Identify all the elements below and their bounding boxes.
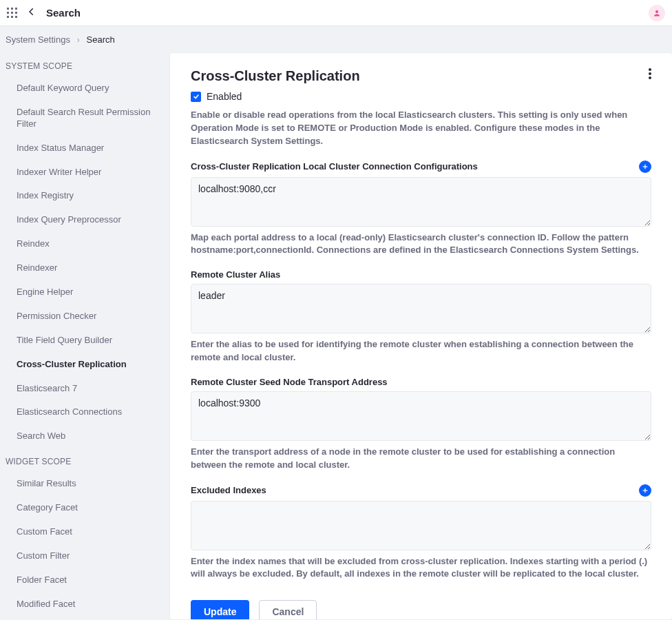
card-title: Cross-Cluster Replication	[191, 68, 360, 84]
svg-point-1	[649, 68, 651, 71]
seed-node-help: Enter the transport address of a node in…	[191, 446, 651, 472]
sidebar-item-custom-facet[interactable]: Custom Facet	[6, 520, 170, 544]
add-excluded-index-button[interactable]	[639, 484, 651, 497]
chevron-right-icon: ›	[77, 34, 80, 45]
excluded-indexes-input[interactable]	[191, 501, 651, 550]
sidebar-item-elasticsearch-7[interactable]: Elasticsearch 7	[6, 377, 170, 401]
sidebar-item-custom-filter[interactable]: Custom Filter	[6, 544, 170, 568]
sidebar-item-default-keyword-query[interactable]: Default Keyword Query	[6, 76, 170, 101]
seed-node-input[interactable]	[191, 391, 651, 441]
sidebar-item-reindexer[interactable]: Reindexer	[6, 256, 170, 280]
excluded-indexes-label: Excluded Indexes	[191, 485, 266, 495]
sidebar-item-index-registry[interactable]: Index Registry	[6, 184, 170, 208]
sidebar-item-default-search-result-permission-filter[interactable]: Default Search Result Permission Filter	[6, 101, 170, 136]
apps-grid-icon[interactable]	[7, 8, 17, 18]
breadcrumb: System Settings › Search	[0, 26, 672, 53]
sidebar-item-engine-helper[interactable]: Engine Helper	[6, 280, 170, 304]
svg-point-3	[649, 76, 651, 79]
sidebar-item-category-facet[interactable]: Category Facet	[6, 496, 170, 520]
page-title: Search	[46, 7, 81, 19]
add-ccr-config-button[interactable]	[639, 161, 651, 173]
sidebar-item-modified-facet[interactable]: Modified Facet	[6, 592, 170, 617]
breadcrumb-current: Search	[87, 34, 115, 45]
svg-point-2	[649, 72, 651, 75]
enabled-checkbox[interactable]	[191, 92, 201, 102]
topbar: Search	[0, 0, 672, 26]
settings-card: Cross-Cluster Replication Enabled Enable…	[170, 53, 672, 619]
sidebar-item-elasticsearch-connections[interactable]: Elasticsearch Connections	[6, 400, 170, 424]
seed-node-label: Remote Cluster Seed Node Transport Addre…	[191, 377, 388, 387]
enabled-label: Enabled	[207, 91, 242, 102]
remote-alias-label: Remote Cluster Alias	[191, 269, 280, 280]
update-button[interactable]: Update	[191, 600, 249, 619]
sidebar-item-search-bar[interactable]: Search Bar	[6, 617, 170, 619]
sidebar-item-index-query-preprocessor[interactable]: Index Query Preprocessor	[6, 208, 170, 232]
sidebar-group-system-scope: SYSTEM SCOPE	[6, 53, 170, 76]
avatar[interactable]	[649, 5, 665, 21]
sidebar-item-folder-facet[interactable]: Folder Facet	[6, 568, 170, 592]
remote-alias-input[interactable]	[191, 284, 651, 333]
sidebar: SYSTEM SCOPE Default Keyword Query Defau…	[0, 53, 170, 619]
enabled-description: Enable or disable read operations from t…	[191, 109, 651, 148]
sidebar-item-title-field-query-builder[interactable]: Title Field Query Builder	[6, 329, 170, 353]
more-options-icon[interactable]	[649, 68, 651, 81]
sidebar-item-index-status-manager[interactable]: Index Status Manager	[6, 136, 170, 161]
ccr-configs-help: Map each portal address to a local (read…	[191, 231, 651, 258]
ccr-configs-input[interactable]	[191, 177, 651, 227]
sidebar-item-cross-cluster-replication[interactable]: Cross-Cluster Replication	[6, 353, 170, 377]
sidebar-item-indexer-writer-helper[interactable]: Indexer Writer Helper	[6, 161, 170, 185]
cancel-button[interactable]: Cancel	[259, 600, 317, 619]
svg-point-0	[655, 10, 658, 13]
sidebar-item-similar-results[interactable]: Similar Results	[6, 472, 170, 496]
sidebar-item-search-web[interactable]: Search Web	[6, 424, 170, 448]
sidebar-item-reindex[interactable]: Reindex	[6, 232, 170, 256]
sidebar-item-permission-checker[interactable]: Permission Checker	[6, 304, 170, 329]
back-icon[interactable]	[27, 7, 36, 19]
remote-alias-help: Enter the alias to be used for identifyi…	[191, 338, 651, 364]
excluded-indexes-help: Enter the index names that will be exclu…	[191, 555, 651, 581]
ccr-configs-label: Cross-Cluster Replication Local Cluster …	[191, 161, 478, 172]
sidebar-group-widget-scope: WIDGET SCOPE	[6, 448, 170, 472]
breadcrumb-root[interactable]: System Settings	[6, 34, 70, 45]
